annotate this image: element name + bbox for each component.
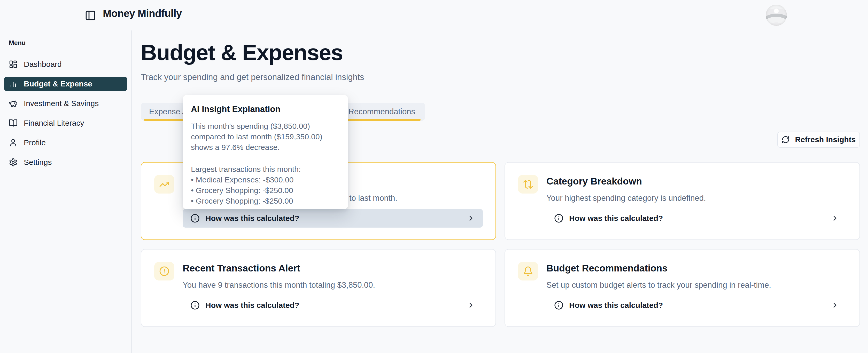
ai-insight-tooltip: AI Insight Explanation This month's spen… [183,95,348,209]
sidebar-item-profile[interactable]: Profile [4,136,127,150]
card-category-breakdown: Category Breakdown Your highest spending… [504,162,860,240]
refresh-insights-button[interactable]: Refresh Insights [777,132,860,148]
info-icon [554,301,563,310]
sidebar-item-label: Investment & Savings [24,99,99,108]
bar-chart-icon [9,79,18,88]
card-title: Budget Recommendations [547,263,668,274]
trending-up-icon [154,175,175,193]
bell-icon [518,262,538,281]
app-title: Money Mindfully [103,8,182,20]
gear-icon [9,158,18,167]
tooltip-largest-heading: Largest transactions this month: [191,164,340,174]
info-icon [190,301,200,310]
tooltip-transaction-item: • Grocery Shopping: -$250.00 [191,196,340,206]
chevron-right-icon [467,214,475,222]
card-budget-recommendations: Budget Recommendations Set up custom bud… [504,249,860,327]
page-subtitle: Track your spending and get personalized… [141,72,364,82]
card-body: Your highest spending category is undefi… [547,193,706,203]
piggy-bank-icon [9,99,18,108]
chevron-right-icon [467,301,475,309]
card-title: Category Breakdown [547,176,642,187]
repeat-icon [518,175,538,193]
refresh-insights-label: Refresh Insights [795,135,856,144]
sidebar-item-label: Dashboard [24,60,62,69]
sidebar-item-settings[interactable]: Settings [4,155,127,170]
sidebar-item-label: Financial Literacy [24,119,84,128]
avatar[interactable] [766,5,787,26]
card-title: Recent Transactions Alert [183,263,300,274]
sidebar-item-financial-literacy[interactable]: Financial Literacy [4,116,127,130]
sidebar-item-label: Budget & Expense [24,79,92,88]
main-content: Budget & Expenses Track your spending an… [132,30,868,353]
dashboard-icon [9,60,18,69]
menu-label: Menu [9,39,127,47]
tooltip-transaction-item: • Grocery Shopping: -$250.00 [191,185,340,196]
info-icon [554,214,563,223]
tooltip-body: This month's spending ($3,850.00) compar… [191,121,341,152]
how-calculated-button[interactable]: How was this calculated? [183,209,483,227]
tooltip-transaction-item: • Medical Expenses: -$300.00 [191,174,340,185]
how-calculated-label: How was this calculated? [569,301,663,310]
sidebar-nav: Dashboard Budget & Expense Investment & … [4,57,127,170]
how-calculated-button[interactable]: How was this calculated? [547,209,847,227]
how-calculated-label: How was this calculated? [206,214,299,223]
card-body-fragment: to last month. [349,193,397,203]
page-title: Budget & Expenses [141,40,343,65]
sidebar-item-investment-savings[interactable]: Investment & Savings [4,96,127,111]
sidebar-item-label: Settings [24,158,52,167]
chevron-right-icon [831,214,839,222]
book-open-icon [9,119,18,128]
sidebar-toggle-icon[interactable] [85,10,96,21]
how-calculated-label: How was this calculated? [206,301,299,310]
how-calculated-label: How was this calculated? [569,214,663,223]
alert-circle-icon [154,262,175,281]
card-body: You have 9 transactions this month total… [183,281,375,290]
how-calculated-button[interactable]: How was this calculated? [183,296,483,315]
refresh-icon [781,136,790,144]
sidebar-item-label: Profile [24,138,46,147]
how-calculated-button[interactable]: How was this calculated? [547,296,847,315]
tooltip-title: AI Insight Explanation [191,104,340,114]
sidebar-item-dashboard[interactable]: Dashboard [4,57,127,71]
user-icon [9,138,18,147]
sidebar: Menu Dashboard Budget & Expense Investme… [0,30,132,353]
sidebar-item-budget-expense[interactable]: Budget & Expense [4,77,127,91]
chevron-right-icon [831,301,839,309]
info-icon [190,214,200,223]
app-header: Money Mindfully [0,0,868,30]
card-recent-transactions-alert: Recent Transactions Alert You have 9 tra… [141,249,496,327]
card-body: Set up custom budget alerts to track you… [547,281,771,290]
